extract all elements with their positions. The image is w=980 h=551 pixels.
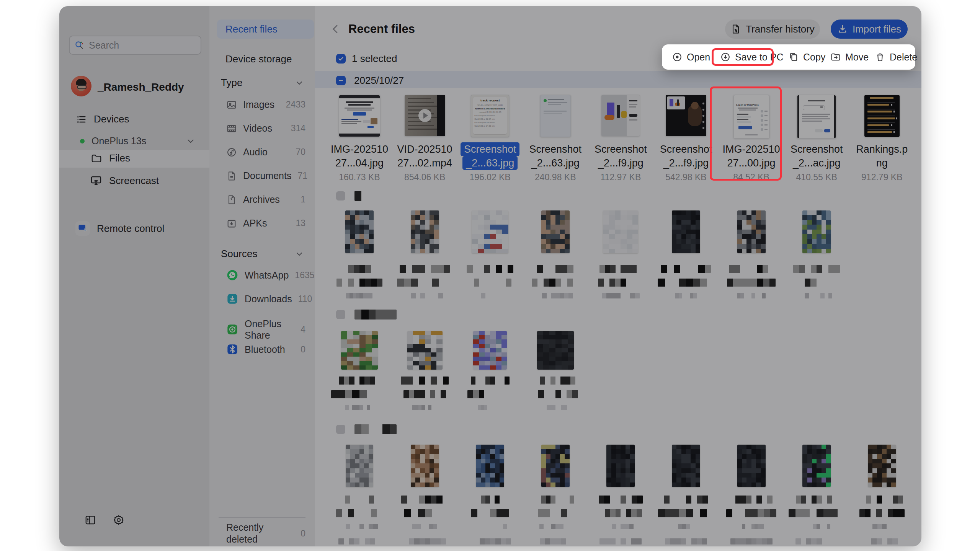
move-icon [830, 52, 841, 62]
save-to-pc-annotation-box [712, 48, 774, 66]
copy-icon [788, 52, 799, 62]
copy-label: Copy [803, 52, 825, 63]
delete-button[interactable]: Delete [875, 44, 917, 70]
desktop-background: _Ramesh_Reddy Devices OnePlus 13s [0, 0, 980, 551]
move-button[interactable]: Move [830, 44, 869, 70]
delete-trash-icon [875, 52, 885, 62]
open-button[interactable]: Open [672, 44, 710, 70]
selected-file-annotation-box [710, 86, 782, 181]
dim-overlay [59, 6, 921, 546]
open-icon [672, 52, 683, 62]
copy-button[interactable]: Copy [788, 44, 825, 70]
delete-label: Delete [890, 52, 917, 63]
file-action-toolbar: Open Save to PC Copy Move Delete [662, 44, 915, 70]
app-window: _Ramesh_Reddy Devices OnePlus 13s [59, 6, 921, 546]
move-label: Move [845, 52, 869, 63]
open-label: Open [687, 52, 710, 63]
